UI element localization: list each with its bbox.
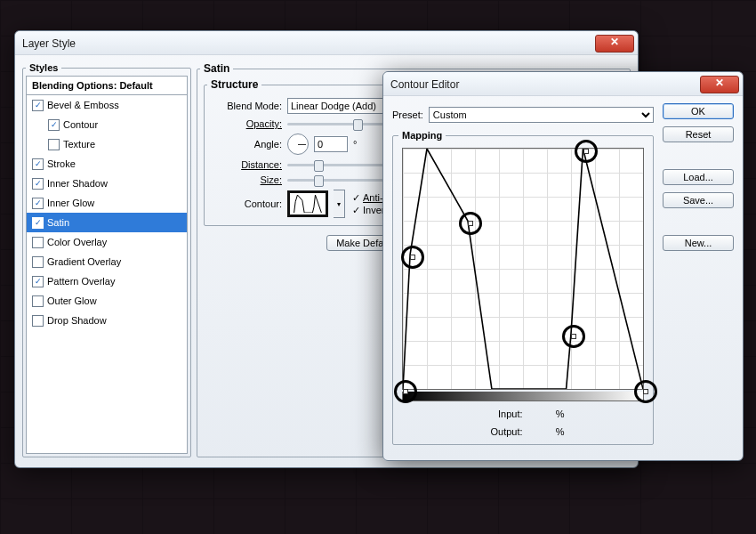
- satin-legend: Satin: [200, 62, 233, 75]
- ok-button[interactable]: OK: [663, 103, 734, 119]
- checkbox-icon[interactable]: [32, 295, 44, 307]
- style-option-label: Outer Glow: [47, 295, 97, 306]
- new-button[interactable]: New...: [663, 235, 734, 251]
- contour-point[interactable]: [459, 212, 482, 235]
- styles-panel: Styles Blending Options: Default ✓Bevel …: [22, 62, 191, 457]
- checkbox-icon[interactable]: [48, 139, 60, 150]
- close-icon[interactable]: [595, 35, 634, 53]
- contour-label: Contour:: [211, 198, 282, 209]
- checkbox-icon[interactable]: [32, 315, 44, 327]
- checkbox-icon: ✓: [352, 192, 360, 204]
- blending-options-header[interactable]: Blending Options: Default: [27, 77, 187, 95]
- contour-editor-titlebar[interactable]: Contour Editor: [383, 72, 743, 96]
- mapping-group: Mapping Input: % Output: %: [392, 130, 654, 445]
- blend-mode-label: Blend Mode:: [211, 101, 282, 111]
- checkbox-icon[interactable]: ✓: [32, 198, 44, 209]
- style-option-contour[interactable]: ✓Contour: [27, 115, 187, 134]
- style-option-label: Texture: [63, 139, 95, 150]
- checkbox-icon[interactable]: ✓: [32, 178, 44, 190]
- pct-label: %: [556, 409, 565, 419]
- checkbox-icon[interactable]: [32, 237, 44, 248]
- checkbox-icon[interactable]: ✓: [32, 158, 44, 170]
- contour-point[interactable]: [575, 140, 598, 163]
- contour-graph[interactable]: [402, 148, 644, 390]
- angle-input[interactable]: [314, 136, 348, 152]
- style-option-pattern-overlay[interactable]: ✓Pattern Overlay: [27, 271, 187, 291]
- contour-editor-window: Contour Editor Preset: Custom Mapping: [382, 71, 744, 461]
- style-option-inner-shadow[interactable]: ✓Inner Shadow: [27, 174, 187, 193]
- contour-point[interactable]: [562, 325, 585, 348]
- preset-select[interactable]: Custom: [429, 107, 654, 123]
- style-option-label: Stroke: [47, 158, 76, 169]
- style-option-stroke[interactable]: ✓Stroke: [27, 154, 187, 174]
- style-option-gradient-overlay[interactable]: Gradient Overlay: [27, 252, 187, 271]
- style-option-inner-glow[interactable]: ✓Inner Glow: [27, 193, 187, 213]
- distance-label: Distance:: [211, 159, 282, 170]
- checkbox-icon[interactable]: ✓: [32, 100, 44, 111]
- style-option-color-overlay[interactable]: Color Overlay: [27, 232, 187, 252]
- checkbox-icon[interactable]: ✓: [48, 119, 60, 131]
- style-option-drop-shadow[interactable]: Drop Shadow: [27, 311, 187, 330]
- checkbox-icon[interactable]: ✓: [32, 276, 44, 287]
- preset-label: Preset:: [392, 109, 423, 120]
- save-button[interactable]: Save...: [663, 192, 734, 208]
- input-label: Input:: [482, 409, 523, 419]
- style-option-label: Satin: [47, 217, 69, 228]
- structure-legend: Structure: [207, 78, 261, 91]
- close-icon[interactable]: [700, 76, 739, 93]
- mapping-legend: Mapping: [398, 130, 446, 141]
- pct-label: %: [556, 426, 565, 437]
- angle-dial[interactable]: [287, 134, 309, 155]
- reset-button[interactable]: Reset: [663, 126, 734, 142]
- output-label: Output:: [482, 426, 523, 437]
- checkbox-icon[interactable]: ✓: [32, 217, 44, 229]
- gradient-bar: [402, 392, 644, 401]
- load-button[interactable]: Load...: [663, 169, 734, 185]
- style-option-label: Bevel & Emboss: [47, 100, 119, 110]
- layer-style-titlebar[interactable]: Layer Style: [15, 31, 638, 55]
- size-label: Size:: [211, 174, 282, 185]
- style-option-label: Contour: [63, 119, 98, 130]
- contour-dropdown-icon[interactable]: [334, 190, 345, 218]
- style-option-label: Drop Shadow: [47, 315, 107, 326]
- style-option-label: Inner Shadow: [47, 178, 108, 189]
- style-option-satin[interactable]: ✓Satin: [27, 213, 187, 232]
- style-option-texture[interactable]: Texture: [27, 134, 187, 154]
- angle-label: Angle:: [211, 139, 282, 150]
- styles-list: Blending Options: Default ✓Bevel & Embos…: [26, 76, 188, 454]
- style-option-label: Inner Glow: [47, 198, 94, 208]
- contour-point[interactable]: [394, 380, 417, 403]
- checkbox-icon: ✓: [352, 205, 360, 216]
- style-option-label: Color Overlay: [47, 237, 107, 247]
- angle-unit: °: [353, 139, 357, 150]
- contour-picker[interactable]: [287, 190, 328, 217]
- checkbox-icon[interactable]: [32, 256, 44, 268]
- contour-point[interactable]: [634, 380, 657, 403]
- style-option-label: Pattern Overlay: [47, 276, 115, 287]
- style-option-label: Gradient Overlay: [47, 256, 121, 267]
- style-option-bevel-emboss[interactable]: ✓Bevel & Emboss: [27, 95, 187, 115]
- contour-point[interactable]: [401, 246, 424, 269]
- layer-style-title: Layer Style: [22, 37, 76, 50]
- styles-legend: Styles: [26, 62, 61, 73]
- opacity-label: Opacity:: [211, 118, 282, 129]
- contour-editor-title: Contour Editor: [390, 78, 459, 91]
- style-option-outer-glow[interactable]: Outer Glow: [27, 291, 187, 311]
